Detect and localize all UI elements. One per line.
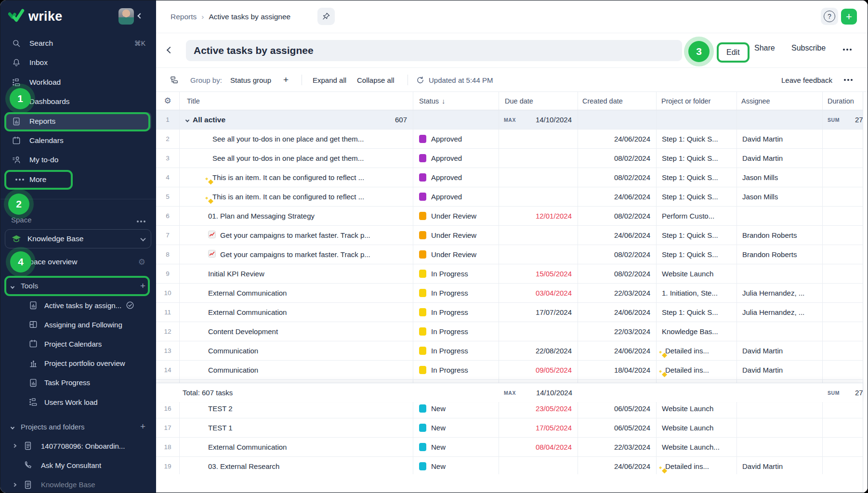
group-row-all-active[interactable]: 1 All active 607 MAX 14/10/2024 SUM 272 (156, 110, 863, 130)
column-header-project[interactable]: Project or folder (657, 92, 737, 110)
add-grouping-icon[interactable]: + (283, 68, 289, 92)
tool-item-label: Project portfolio overview (44, 359, 125, 367)
projects-chevron-icon[interactable] (11, 423, 14, 431)
status-chip (419, 366, 426, 374)
collapse-all-button[interactable]: Collapse all (357, 68, 395, 92)
pin-icon[interactable] (317, 8, 335, 25)
sidebar-collapse-icon[interactable] (138, 11, 142, 20)
refresh-status[interactable]: Updated at 5:44 PM (416, 68, 493, 92)
table-row[interactable]: 10External CommunicationIn Progress03/04… (156, 284, 863, 303)
sidebar-item-my-to-do[interactable]: My to-do (5, 151, 151, 169)
group-by-icon[interactable] (170, 68, 179, 92)
duration-cell (823, 149, 863, 168)
sidebar-section-projects[interactable]: Projects and folders + (5, 417, 151, 436)
table-row[interactable]: 601. Plan and Messaging StrategyUnder Re… (156, 207, 863, 226)
column-header-title[interactable]: Title (180, 92, 413, 110)
table-row[interactable]: 2See all your to-dos in one place and ge… (156, 130, 863, 149)
tool-item-assigning-and-following[interactable]: Assigning and Following (5, 315, 151, 334)
sidebar-item-search[interactable]: Search⌘K (5, 34, 151, 52)
table-row[interactable]: 7Get your campaigns to market faster. Tr… (156, 226, 863, 245)
space-section-header: Space (5, 210, 151, 229)
row-number: 11 (156, 303, 180, 322)
project-item-1407708096-onboardin-[interactable]: 1407708096: Onboardin... (5, 437, 151, 455)
task-title: Initial KPI Review (208, 270, 264, 278)
project-label: Detailed ins... (665, 366, 709, 374)
column-header-created-date[interactable]: Created date (578, 92, 657, 110)
row-number: 17 (156, 418, 180, 437)
title-more-menu-icon[interactable] (843, 44, 845, 52)
group-by-value[interactable]: Status group (230, 68, 271, 92)
edit-button[interactable]: Edit (717, 42, 750, 63)
tool-item-task-progress[interactable]: Task Progress (5, 374, 151, 392)
leave-feedback-button[interactable]: Leave feedback (781, 68, 832, 92)
wrike-logo-icon (8, 8, 25, 25)
sidebar-item-reports[interactable]: Reports (5, 112, 151, 130)
table-row[interactable]: 13CommunicationIn Progress22/08/202424/0… (156, 341, 863, 361)
table-settings-gear-icon[interactable]: ⚙ (164, 96, 171, 106)
table-row[interactable]: 11External CommunicationIn Progress17/07… (156, 303, 863, 322)
status-label: Approved (431, 193, 462, 201)
sidebar-item-calendars[interactable]: Calendars (5, 131, 151, 150)
sidebar-item-more[interactable]: More (5, 170, 151, 189)
sidebar: wrike Search⌘KInboxWorkloadDashboardsRep… (0, 0, 156, 493)
project-cell: Step 1: Quick S... (657, 187, 737, 206)
space-chevron-icon[interactable] (141, 234, 145, 243)
expand-chevron-icon[interactable] (13, 483, 23, 486)
tool-item-project-portfolio-overview[interactable]: Project portfolio overview (5, 354, 151, 373)
vertical-scrollbar[interactable] (863, 92, 868, 493)
tool-item-users-work-load[interactable]: Users Work load (5, 393, 151, 411)
create-new-button[interactable]: + (841, 9, 857, 25)
project-cell: Step 1: Quick S... (657, 149, 737, 168)
status-label: New (431, 462, 446, 470)
created-date-cell: 22/03/2024 (578, 284, 657, 302)
group-collapse-icon[interactable] (186, 116, 189, 124)
table-row[interactable]: 1903. External ResearchNew24/06/2024Deta… (156, 457, 863, 474)
space-selector[interactable]: Knowledge Base (5, 229, 151, 248)
column-header-status[interactable]: Status↓ (413, 92, 499, 110)
column-header-duration[interactable]: Duration (823, 92, 863, 110)
column-header-due-date[interactable]: Due date (499, 92, 578, 110)
expand-all-button[interactable]: Expand all (313, 68, 346, 92)
wrike-window: wrike Search⌘KInboxWorkloadDashboardsRep… (0, 0, 868, 493)
breadcrumb-reports-link[interactable]: Reports (171, 13, 197, 21)
tool-item-active-tasks-by-assign-[interactable]: Active tasks by assign... (5, 296, 151, 314)
expand-chevron-icon[interactable] (13, 444, 23, 447)
table-row[interactable]: 3See all your to-dos in one place and ge… (156, 149, 863, 168)
user-avatar[interactable] (118, 8, 134, 25)
tools-add-icon[interactable]: + (140, 281, 145, 291)
tools-chevron-icon[interactable] (11, 282, 14, 290)
share-button[interactable]: Share (754, 44, 775, 52)
project-item-knowledge-base[interactable]: Knowledge Base (5, 476, 151, 493)
table-row[interactable]: 8Get your campaigns to market faster. Tr… (156, 245, 863, 264)
column-header-assignee[interactable]: Assignee (737, 92, 823, 110)
table-row[interactable]: 5This is an item. It can be configured t… (156, 187, 863, 207)
row-number: 10 (156, 284, 180, 302)
space-settings-gear-icon[interactable]: ⚙ (138, 257, 145, 267)
project-item-ask-my-consultant[interactable]: Ask My Consultant (5, 456, 151, 474)
project-cell: Website Launch (657, 264, 737, 283)
sidebar-item-workload[interactable]: Workload (5, 73, 151, 91)
help-button[interactable]: ? (821, 8, 838, 25)
back-chevron-icon[interactable] (168, 46, 172, 54)
subscribe-button[interactable]: Subscribe (791, 44, 826, 52)
table-row[interactable]: 16TEST 2New23/05/202406/05/2024Website L… (156, 399, 863, 418)
table-row[interactable]: 4This is an item. It can be configured t… (156, 168, 863, 187)
table-row[interactable]: 9Initial KPI ReviewIn Progress15/05/2024… (156, 264, 863, 284)
status-label: Under Review (431, 250, 476, 259)
table-row[interactable]: 17TEST 1New17/05/202406/05/2024Website L… (156, 418, 863, 438)
sidebar-section-tools[interactable]: Tools + (5, 277, 151, 295)
sidebar-item-inbox[interactable]: Inbox (5, 53, 151, 72)
toolbar-more-menu-icon[interactable] (844, 68, 846, 92)
task-title: Communication (208, 347, 258, 355)
table-row[interactable]: 18External CommunicationNew08/04/202422/… (156, 438, 863, 457)
table-row[interactable]: 14CommunicationIn Progress09/05/202418/0… (156, 361, 863, 380)
table-row[interactable]: 12Content DevelopmentIn Progress22/03/20… (156, 322, 863, 341)
report-title-field[interactable]: Active tasks by assignee (186, 40, 682, 61)
wrike-logo[interactable]: wrike (8, 8, 63, 25)
projects-add-icon[interactable]: + (140, 421, 145, 432)
group-max-due: 14/10/2024 (536, 116, 572, 124)
sidebar-item-label: More (29, 175, 46, 184)
duration-cell (823, 361, 863, 379)
tool-item-project-calendars[interactable]: Project Calendars (5, 335, 151, 353)
space-menu-icon[interactable] (137, 216, 145, 224)
